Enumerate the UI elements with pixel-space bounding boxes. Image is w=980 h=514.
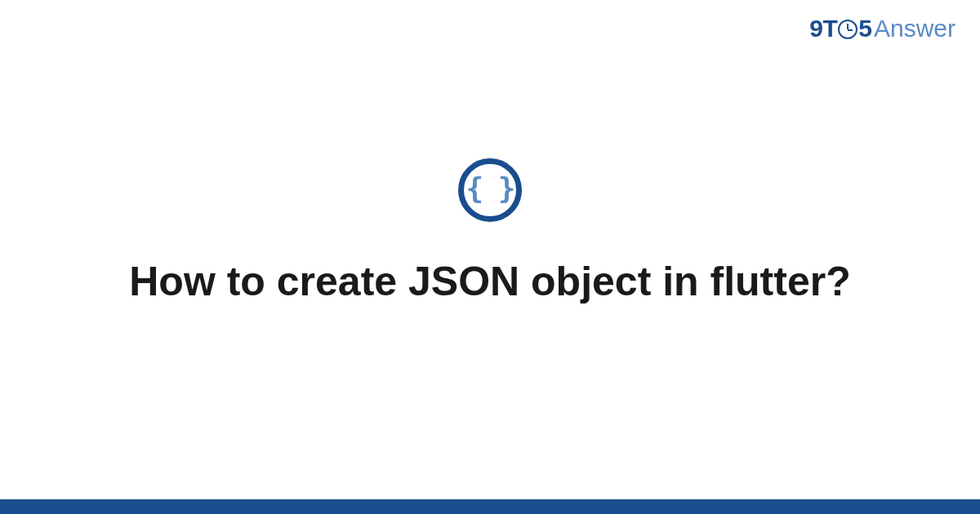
topic-icon-wrap: { }: [458, 158, 522, 222]
json-braces-icon: { }: [458, 158, 522, 222]
question-title: How to create JSON object in flutter?: [129, 256, 850, 307]
main-content: { } How to create JSON object in flutter…: [0, 0, 980, 514]
braces-glyph: { }: [466, 174, 514, 203]
footer-accent-bar: [0, 499, 980, 514]
